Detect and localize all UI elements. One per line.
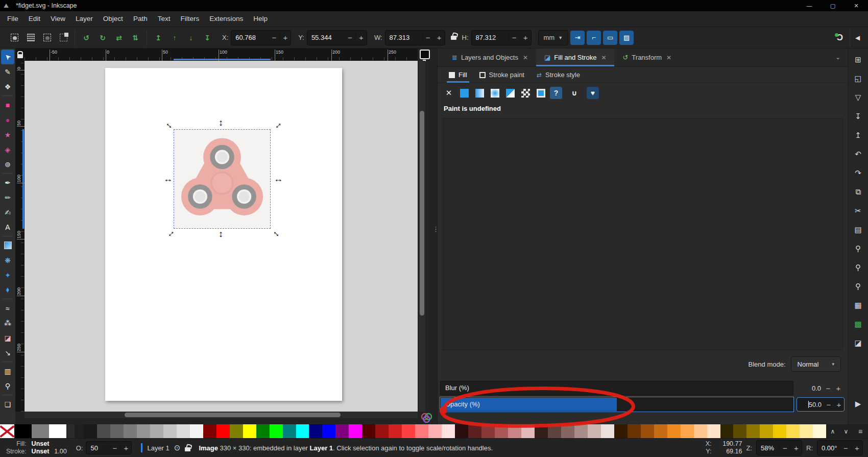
unit-dropdown[interactable]: mm▼	[538, 30, 569, 45]
layer-visibility-icon[interactable]: ⊙	[174, 443, 181, 452]
canvas[interactable]: ↔ ↔ ↔ ↔ ↕ ↕ ↔ ↔	[25, 61, 418, 412]
palette-swatch[interactable]	[442, 424, 455, 438]
palette-swatch[interactable]	[574, 424, 588, 438]
undo-icon[interactable]: ↶	[852, 148, 864, 160]
radial-gradient-button[interactable]	[489, 87, 501, 99]
palette-swatch[interactable]	[137, 424, 150, 438]
selection-box-button[interactable]	[56, 31, 70, 45]
flip-vertical-button[interactable]: ⇅	[128, 31, 142, 45]
horizontal-scrollbar[interactable]	[25, 412, 418, 418]
display-color-icon[interactable]	[420, 50, 430, 59]
palette-swatch[interactable]	[177, 424, 190, 438]
scale-patterns-toggle[interactable]: ▨	[619, 31, 634, 45]
palette-swatch[interactable]	[163, 424, 177, 438]
object-opacity-spinbox[interactable]: 50 − +	[86, 441, 132, 454]
rotation-plus-button[interactable]: +	[851, 444, 862, 452]
box3d-tool[interactable]: ◈	[1, 142, 14, 157]
height-minus-button[interactable]: −	[509, 33, 520, 42]
scale-corners-toggle[interactable]: ⌐	[587, 31, 601, 45]
palette-swatch[interactable]	[654, 424, 667, 438]
rotation-spinbox[interactable]: 0.00° − +	[817, 440, 863, 455]
horizontal-ruler[interactable]: -50050100150200250	[25, 49, 418, 61]
x-minus-button[interactable]: −	[268, 33, 279, 42]
paint-bucket-tool[interactable]: ⬧	[1, 282, 14, 297]
palette-swatch[interactable]	[681, 424, 694, 438]
zoom-drawing-icon[interactable]: ⚲	[852, 261, 864, 274]
palette-swatch[interactable]	[694, 424, 707, 438]
blur-minus-button[interactable]: −	[823, 384, 833, 393]
y-spinbox[interactable]: 55.344 − +	[307, 30, 367, 45]
menu-item[interactable]: Help	[248, 11, 273, 27]
panel-menu-chevron[interactable]: ⌄	[828, 49, 848, 66]
palette-swatch[interactable]	[283, 424, 296, 438]
mesh-gradient-tool[interactable]: ❋	[1, 253, 14, 268]
snap-toggle-icon[interactable]: Ɔ	[833, 31, 847, 44]
palette-swatch[interactable]	[746, 424, 760, 438]
document-page[interactable]	[105, 68, 342, 401]
menu-item[interactable]: Layer	[70, 11, 98, 27]
opacity-spinbox[interactable]: 50.0 − +	[797, 397, 845, 412]
fill-rule-nonzero-button[interactable]: ♥	[587, 87, 599, 99]
save-document-icon[interactable]: ▽	[852, 91, 864, 104]
menu-item[interactable]: Text	[153, 11, 176, 27]
palette-swatch[interactable]	[508, 424, 521, 438]
height-spinbox[interactable]: 87.312 − +	[471, 30, 532, 45]
lock-icon[interactable]: ◪	[852, 337, 864, 349]
palette-swatch[interactable]	[786, 424, 800, 438]
palette-swatch[interactable]	[601, 424, 614, 438]
zoom-tool[interactable]: ⚲	[1, 378, 14, 393]
palette-swatch-black[interactable]	[14, 424, 32, 438]
palette-swatch[interactable]	[667, 424, 681, 438]
shape-builder-tool[interactable]: ❖	[1, 79, 14, 94]
palette-swatch[interactable]	[309, 424, 322, 438]
dropper-tool[interactable]: ✦	[1, 268, 14, 282]
unknown-paint-button[interactable]: ?	[550, 87, 562, 99]
scale-handle-top[interactable]: ↕	[219, 119, 223, 126]
zoom-plus-button[interactable]: +	[790, 444, 802, 452]
opacity-minus-button[interactable]: −	[824, 400, 834, 409]
linear-gradient-button[interactable]	[473, 87, 486, 99]
flat-color-button[interactable]	[458, 87, 470, 99]
text-tool[interactable]: A	[1, 220, 14, 234]
spray-tool[interactable]: ⁂	[1, 316, 14, 330]
palette-swatch[interactable]	[628, 424, 641, 438]
palette-swatch[interactable]	[415, 424, 428, 438]
connector-tool[interactable]: ↘	[1, 345, 14, 360]
palette-swatch[interactable]	[707, 424, 720, 438]
palette-swatch[interactable]	[124, 424, 137, 438]
import-icon[interactable]: ↧	[852, 110, 864, 123]
cut-icon[interactable]: ✂	[852, 205, 864, 217]
x-spinbox[interactable]: 60.768 − +	[231, 30, 291, 45]
scale-handle-bottom[interactable]: ↕	[219, 230, 223, 237]
duplicate-icon[interactable]: ⧉	[852, 186, 864, 198]
subtab-fill[interactable]: Fill	[443, 67, 473, 83]
select-all-button[interactable]	[7, 31, 21, 45]
calligraphy-tool[interactable]: ✍	[1, 205, 14, 220]
pages-tool[interactable]: ❏	[1, 397, 14, 412]
palette-swatch[interactable]	[535, 424, 548, 438]
menu-item[interactable]: View	[45, 11, 70, 27]
palette-swatch[interactable]	[588, 424, 601, 438]
star-tool[interactable]: ★	[1, 127, 14, 142]
palette-swatch[interactable]	[402, 424, 415, 438]
palette-swatch[interactable]	[110, 424, 124, 438]
palette-swatch[interactable]	[362, 424, 375, 438]
width-spinbox[interactable]: 87.313 − +	[385, 30, 445, 45]
rotate-ccw-button[interactable]: ↺	[79, 31, 93, 45]
palette-no-color-swatch[interactable]	[0, 424, 14, 438]
mesh-gradient-button[interactable]	[504, 87, 516, 99]
rectangle-tool[interactable]: ■	[1, 98, 14, 112]
menu-item[interactable]: Filters	[175, 11, 204, 27]
palette-swatch[interactable]	[375, 424, 389, 438]
width-minus-button[interactable]: −	[422, 33, 433, 42]
zoom-page-icon[interactable]: ⚲	[852, 280, 864, 293]
flip-horizontal-button[interactable]: ⇄	[112, 31, 126, 45]
close-button[interactable]: ✕	[845, 0, 868, 11]
node-tool[interactable]: ✎	[1, 64, 14, 79]
palette-scroll-down[interactable]: ∨	[839, 424, 853, 438]
export-icon[interactable]: ↥	[852, 129, 864, 141]
selector-tool[interactable]: ➤	[1, 50, 14, 64]
tab-fill-and-stroke[interactable]: ◪ Fill and Stroke ✕	[536, 49, 614, 66]
layer-lock-icon[interactable]	[185, 447, 190, 451]
maximize-button[interactable]: ▢	[821, 0, 845, 11]
